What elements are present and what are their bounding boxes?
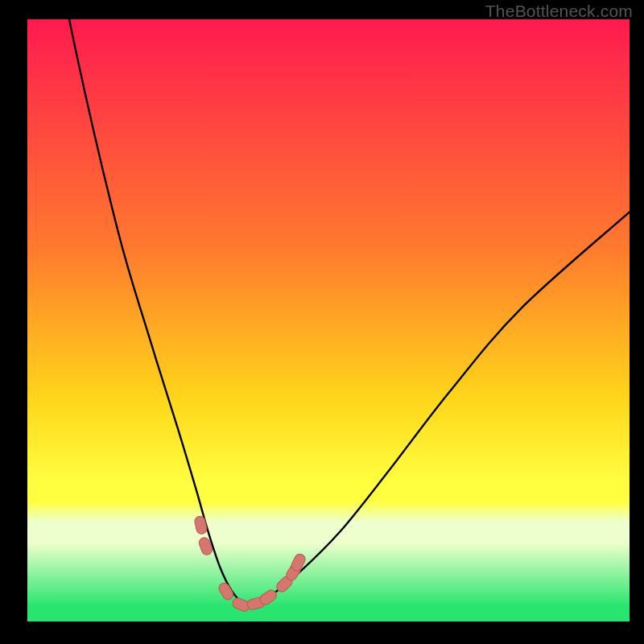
- outer-frame: TheBottleneck.com: [0, 0, 644, 644]
- watermark-text: TheBottleneck.com: [485, 2, 633, 21]
- plot-area: [27, 19, 630, 621]
- bottleneck-curve: [27, 19, 630, 621]
- curve-marker: [194, 515, 208, 535]
- curve-marker: [217, 581, 236, 602]
